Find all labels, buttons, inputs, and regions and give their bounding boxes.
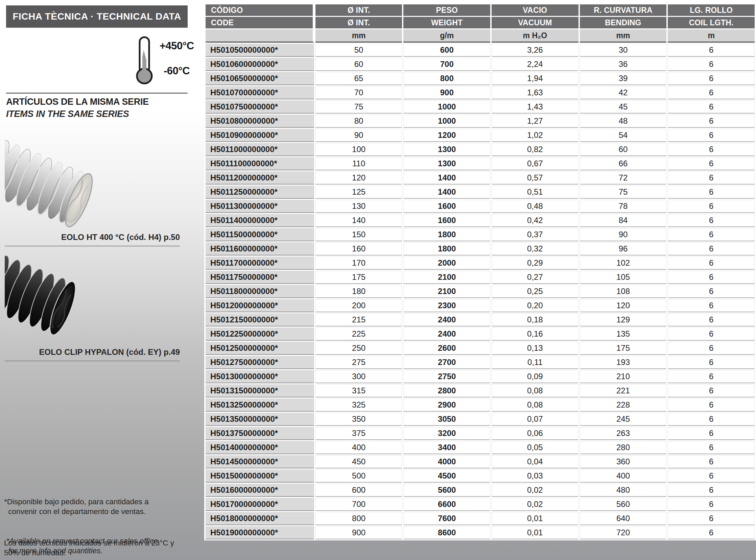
value-cell: 0,27 — [491, 271, 579, 284]
value-cell: 315 — [315, 384, 402, 397]
value-cell: 6 — [668, 257, 755, 270]
table-row: H5013250000000*32529000,082286 — [206, 398, 755, 412]
table-row: H5018000000000*80076000,016406 — [206, 512, 755, 525]
value-cell: 0,82 — [491, 143, 579, 156]
value-cell: 1,63 — [491, 86, 579, 99]
value-cell: 640 — [580, 512, 667, 525]
value-cell: 4500 — [403, 469, 490, 483]
value-cell: 50 — [315, 44, 402, 57]
value-cell: 215 — [315, 313, 402, 326]
column-header-vacuum: VACUUM — [491, 17, 579, 28]
value-cell: 900 — [403, 86, 490, 99]
code-cell: H5011200000000* — [206, 171, 314, 184]
value-cell: 6 — [668, 143, 755, 156]
product-caption-eolo-clip-hypalon: EOLO CLIP HYPALON (cód. EY) p.49 — [6, 347, 180, 357]
table-row: H5011250000000*12514000,51756 — [206, 185, 755, 199]
header-row-en: CODE Ø INT. WEIGHT VACUUM BENDING COIL L… — [206, 17, 755, 28]
value-cell: 80 — [315, 115, 402, 128]
code-cell: H5011700000000* — [206, 257, 314, 270]
column-header-rollo: LG. ROLLO — [668, 4, 755, 16]
value-cell: 400 — [580, 469, 667, 483]
value-cell: 6 — [668, 512, 755, 525]
value-cell: 6 — [668, 313, 755, 326]
value-cell: 480 — [580, 484, 667, 497]
value-cell: 36 — [580, 58, 667, 71]
code-cell: H5017000000000* — [206, 498, 314, 511]
value-cell: 2400 — [403, 327, 490, 341]
value-cell: 1600 — [403, 200, 490, 213]
value-cell: 4000 — [403, 455, 490, 468]
value-cell: 6 — [668, 214, 755, 227]
value-cell: 108 — [580, 285, 667, 298]
value-cell: 129 — [580, 313, 667, 326]
value-cell: 6 — [668, 185, 755, 199]
value-cell: 2800 — [403, 384, 490, 397]
code-cell: H5012250000000* — [206, 327, 314, 341]
value-cell: 0,04 — [491, 455, 579, 468]
value-cell: 0,02 — [491, 498, 579, 511]
value-cell: 70 — [315, 86, 402, 99]
table-row: H5013500000000*35030500,072456 — [206, 413, 755, 426]
table-row: H5017000000000*70066000,025606 — [206, 498, 755, 511]
table-row: H5012000000000*20023000,201206 — [206, 299, 755, 312]
value-cell: 245 — [580, 413, 667, 426]
unit-cell: mm — [315, 29, 402, 43]
value-cell: 175 — [580, 342, 667, 355]
unit-cell: mm — [580, 29, 667, 43]
code-cell: H5011100000000* — [206, 157, 314, 170]
value-cell: 6 — [668, 484, 755, 497]
value-cell: 6 — [668, 526, 755, 539]
code-cell: H5012150000000* — [206, 313, 314, 326]
value-cell: 105 — [580, 271, 667, 284]
code-cell: H5011000000000* — [206, 143, 314, 156]
value-cell: 0,11 — [491, 356, 579, 369]
value-cell: 720 — [580, 526, 667, 539]
table-row: H5011750000000*17521000,271056 — [206, 271, 755, 284]
divider — [5, 246, 180, 246]
code-cell: H5013000000000* — [206, 370, 314, 383]
table-row: H5011000000000*10013000,82606 — [206, 143, 755, 156]
value-cell: 100 — [315, 143, 402, 156]
value-cell: 325 — [315, 398, 402, 412]
value-cell: 170 — [315, 257, 402, 270]
column-header-diametro: Ø INT. — [315, 4, 402, 16]
value-cell: 0,67 — [491, 157, 579, 170]
code-cell: H5011750000000* — [206, 271, 314, 284]
value-cell: 2,24 — [491, 58, 579, 71]
table-row: H5011400000000*14016000,42846 — [206, 214, 755, 227]
code-cell: H5011800000000* — [206, 285, 314, 298]
column-header-vacio: VACIO — [491, 4, 579, 16]
value-cell: 6 — [668, 498, 755, 511]
value-cell: 6 — [668, 200, 755, 213]
series-heading-en: ITEMS IN THE SAME SERIES — [6, 109, 129, 119]
series-heading-es: ARTÍCULOS DE LA MISMA SERIE — [6, 97, 149, 107]
value-cell: 280 — [580, 441, 667, 454]
value-cell: 5600 — [403, 484, 490, 497]
value-cell: 1600 — [403, 214, 490, 227]
value-cell: 84 — [580, 214, 667, 227]
code-cell: H5010800000000* — [206, 115, 314, 128]
value-cell: 175 — [315, 271, 402, 284]
table-row: H5014000000000*40034000,052806 — [206, 441, 755, 454]
value-cell: 110 — [315, 157, 402, 170]
value-cell: 700 — [315, 498, 402, 511]
value-cell: 42 — [580, 86, 667, 99]
value-cell: 6 — [668, 115, 755, 128]
column-header-diameter: Ø INT. — [315, 17, 402, 28]
value-cell: 0,51 — [491, 185, 579, 199]
value-cell: 600 — [315, 484, 402, 497]
table-row: H5010500000000*506003,26306 — [206, 44, 755, 57]
divider — [6, 93, 188, 94]
value-cell: 160 — [315, 242, 402, 256]
value-cell: 6 — [668, 299, 755, 312]
code-cell: H5010700000000* — [206, 86, 314, 99]
table-row: H5019000000000*90086000,017206 — [206, 526, 755, 539]
value-cell: 0,13 — [491, 342, 579, 355]
value-cell: 45 — [580, 100, 667, 114]
table-row: H5011800000000*18021000,251086 — [206, 285, 755, 298]
value-cell: 0,03 — [491, 469, 579, 483]
value-cell: 221 — [580, 384, 667, 397]
value-cell: 6600 — [403, 498, 490, 511]
value-cell: 6 — [668, 157, 755, 170]
value-cell: 0,18 — [491, 313, 579, 326]
